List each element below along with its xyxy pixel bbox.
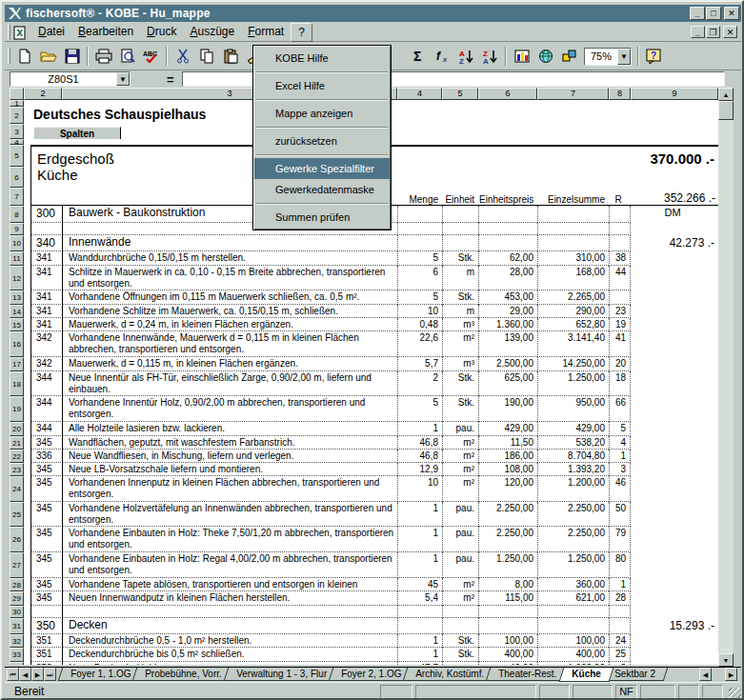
cell-einzelsumme[interactable]	[537, 235, 609, 251]
cell-einheit[interactable]: m²	[442, 450, 478, 463]
help-menu-item[interactable]: Gewerke Spezialfilter	[254, 158, 390, 179]
cell-menge[interactable]: 46,8	[397, 450, 442, 463]
cell-einzelsumme[interactable]: 1.200,00	[537, 476, 609, 502]
mdi-minimize-button[interactable]: _	[691, 26, 705, 38]
cell-einheitspreis[interactable]: 28,00	[478, 266, 537, 290]
cell-r[interactable]: 20	[609, 357, 631, 371]
cell-einzelsumme[interactable]: 14.250,00	[537, 357, 609, 371]
help-icon[interactable]: ?	[642, 46, 666, 68]
cell-einheit[interactable]	[442, 606, 478, 618]
cell-einheit[interactable]: m²	[442, 331, 478, 357]
cell-sum[interactable]	[631, 223, 718, 235]
cell-menge[interactable]: 2	[397, 371, 442, 396]
cell-menge[interactable]: 1	[397, 422, 442, 436]
cell-r[interactable]: 19	[609, 318, 631, 331]
mdi-close-button[interactable]: ✕	[723, 26, 737, 38]
cell-einzelsumme[interactable]	[537, 618, 609, 634]
zoom-select[interactable]: 75% ▼	[584, 48, 632, 66]
cell-einheitspreis[interactable]	[478, 235, 537, 251]
cell-code[interactable]: 341	[30, 305, 63, 318]
drawing-icon[interactable]	[557, 46, 581, 68]
cell-einheit[interactable]	[442, 223, 478, 235]
column-header-5[interactable]: 5	[442, 88, 478, 100]
cell-code[interactable]: 341	[30, 266, 63, 290]
print-icon[interactable]	[91, 46, 115, 68]
row-header[interactable]: 1	[10, 100, 24, 107]
cell-sum[interactable]: 42.273 .-	[631, 235, 718, 251]
cell-einzelsumme[interactable]: 168,00	[537, 266, 609, 290]
menu-item-bearbeiten[interactable]: Bearbeiten	[71, 23, 140, 42]
cell-einheit[interactable]: Stk.	[442, 396, 478, 422]
cell-sum[interactable]	[631, 634, 718, 648]
cell-r[interactable]: 79	[609, 527, 631, 552]
cell-description[interactable]: Vorhandene Innentür Holz, 0,90/2,00 m ab…	[63, 396, 397, 422]
vertical-scrollbar[interactable]	[718, 88, 734, 667]
cell-einheit[interactable]	[442, 206, 478, 223]
cell-code[interactable]: 341	[30, 290, 63, 305]
cell-menge[interactable]: 5,7	[397, 357, 442, 371]
cell-einheit[interactable]: Stk.	[442, 251, 478, 266]
cell-menge[interactable]: 5	[397, 251, 442, 266]
tab-nav-3-icon[interactable]: ⏭	[44, 668, 56, 681]
cell-code[interactable]: 345	[30, 463, 63, 476]
cell-r[interactable]: 24	[609, 634, 631, 648]
cell-einzelsumme[interactable]: 652,80	[537, 318, 609, 331]
mdi-restore-button[interactable]: ❐	[706, 26, 720, 38]
cell-einheitspreis[interactable]: 108,00	[478, 463, 537, 476]
cell-code[interactable]: 336	[30, 450, 63, 463]
cell-description[interactable]: Neue Deckenbekleidung	[63, 662, 397, 665]
cell-r[interactable]: 80	[609, 552, 631, 578]
minimize-button[interactable]: _	[690, 7, 705, 20]
cell-description[interactable]: Mauerwerk, d = 0,24 m, in kleinen Fläche…	[63, 318, 397, 331]
cell-einheitspreis[interactable]: 2.500,00	[478, 357, 537, 371]
cell-einheitspreis[interactable]	[478, 223, 537, 235]
cell-einheit[interactable]: m²	[442, 476, 478, 502]
row-header[interactable]: 20	[10, 422, 24, 436]
cell-description[interactable]: Vorhandene Schlitze im Mauerwerk, ca. 0,…	[63, 305, 397, 318]
cell-einheitspreis[interactable]: 1.360,00	[478, 318, 537, 331]
cell-sum[interactable]: 15.293 .-	[631, 618, 718, 634]
chevron-down-icon[interactable]: ▼	[617, 49, 631, 65]
row-header[interactable]: 19	[10, 396, 24, 422]
cell-einzelsumme[interactable]	[537, 206, 609, 223]
cell-einheit[interactable]: m	[442, 305, 478, 318]
cell-r[interactable]: 38	[609, 251, 631, 266]
globe-icon[interactable]	[533, 46, 557, 68]
sheet-tab-foyer-2-1-og[interactable]: Foyer 2, 1.OG	[329, 668, 414, 681]
cell-menge[interactable]	[397, 235, 442, 251]
sheet-tab-theater-rest-[interactable]: Theater-Rest.	[486, 668, 570, 681]
scroll-down-icon[interactable]: ▼	[718, 653, 734, 667]
cell-einzelsumme[interactable]: 2.250,00	[537, 527, 609, 552]
cell-description[interactable]	[63, 606, 397, 618]
cell-einheitspreis[interactable]: 453,00	[478, 290, 537, 305]
row-header[interactable]: 5	[10, 145, 24, 167]
cell-einheitspreis[interactable]: 429,00	[478, 422, 537, 436]
cell-code[interactable]: 341	[30, 318, 63, 331]
cell-code[interactable]: 344	[30, 396, 63, 422]
cell-einzelsumme[interactable]: 538,20	[537, 436, 609, 450]
menu-item-datei[interactable]: Datei	[31, 23, 71, 42]
cell-description[interactable]: Vorhandene Tapete ablösen, transportiere…	[63, 578, 397, 591]
cell-einheitspreis[interactable]: 29,00	[478, 305, 537, 318]
save-icon[interactable]	[60, 46, 84, 68]
cell-description[interactable]: Vorhandene Öffnungen im 0,115 m Mauerwer…	[63, 290, 397, 305]
cell-menge[interactable]	[397, 618, 442, 634]
cell-einheitspreis[interactable]: 120,00	[478, 476, 537, 502]
new-icon[interactable]	[12, 46, 36, 68]
row-header[interactable]: 30	[10, 606, 24, 618]
sheet-tab-k-che[interactable]: Küche	[558, 668, 613, 682]
cell-einzelsumme[interactable]: 290,00	[537, 305, 609, 318]
cell-einzelsumme[interactable]: 950,00	[537, 396, 609, 422]
cell-code[interactable]: 350	[30, 618, 63, 634]
cell-einzelsumme[interactable]: 400,00	[537, 648, 609, 662]
cell-code[interactable]: 345	[30, 552, 63, 578]
function-icon[interactable]: fx	[431, 46, 454, 68]
row-header[interactable]: 11	[10, 251, 24, 266]
cell-einheit[interactable]: pau.	[442, 502, 478, 527]
cell-r[interactable]: 4	[609, 436, 631, 450]
cell-einheit[interactable]	[442, 235, 478, 251]
cell-description[interactable]: Neue Wandfliesen, in Mischung, liefern u…	[63, 450, 397, 463]
cell-r[interactable]: 46	[609, 476, 631, 502]
menu-item-?[interactable]: ?	[291, 23, 312, 42]
cell-einheit[interactable]: m²	[442, 436, 478, 450]
